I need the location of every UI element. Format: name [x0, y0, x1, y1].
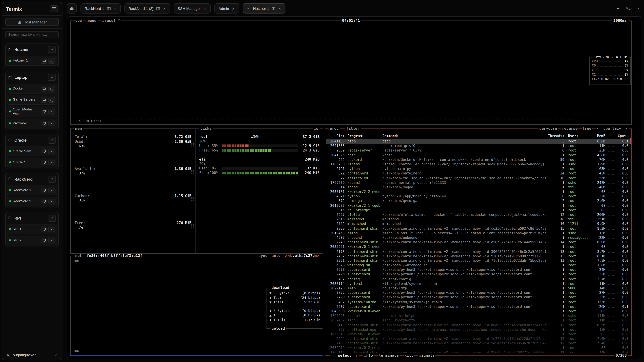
proc-percore-option[interactable]: per-core: [538, 126, 558, 131]
process-row[interactable]: 2178 containerd-shim /usr/bin/containerd…: [326, 249, 631, 254]
col-mem[interactable]: MemB: [590, 134, 606, 138]
process-row[interactable]: 2041133 btop btop 3 root 8.6M 0.1: [326, 139, 631, 144]
proc-filter-option[interactable]: filter: [345, 126, 361, 131]
process-row[interactable]: 2165 containerd-shim /usr/bin/containerd…: [326, 341, 631, 346]
process-row[interactable]: 2041095 bash -bash 1 root 4.8M 0.0: [326, 153, 631, 157]
group-header[interactable]: Laptop: [7, 72, 57, 82]
host-item[interactable]: Open Media Vault >_: [7, 106, 57, 117]
tab-admin[interactable]: Admin: [214, 3, 239, 13]
process-row[interactable]: 2041088 sshd sshd: root@pts/0 1 root 11M…: [326, 144, 631, 148]
select-keys[interactable]: ↑ select ↓: [330, 354, 359, 358]
col-program[interactable]: Program:: [345, 134, 382, 138]
host-terminal-button[interactable]: >_: [48, 238, 55, 243]
group-collapse-button[interactable]: [48, 136, 56, 143]
col-cpu[interactable]: Cpu% ↑: [618, 134, 631, 138]
preset-option[interactable]: preset *: [101, 18, 121, 23]
process-row[interactable]: 2752 memcached memcached 10 11211 9.9M 0…: [326, 222, 631, 226]
host-terminal-button[interactable]: >_: [48, 160, 55, 165]
col-user[interactable]: User:: [564, 134, 590, 138]
process-row[interactable]: 952 dockerd /usr/bin/dockerd -H fd:// --…: [326, 158, 631, 162]
process-row[interactable]: 2110 containerd-shim /usr/bin/containerd…: [326, 323, 631, 327]
proc-sort-selector[interactable]: < cpu lazy >: [596, 126, 629, 131]
process-row[interactable]: 432 systemd-journal /lib/systemd/systemd…: [326, 300, 631, 304]
close-icon[interactable]: [232, 7, 235, 10]
host-connect-button[interactable]: [40, 238, 47, 243]
host-connect-button[interactable]: [40, 226, 47, 232]
process-row[interactable]: 2673 supervisord /usr/bin/python3 /usr/b…: [326, 268, 631, 272]
host-connect-button[interactable]: [40, 109, 47, 114]
kill-key[interactable]: kill: [404, 354, 414, 358]
process-row[interactable]: 2037469 sshd sshd: root@notty 1 root 11M…: [326, 318, 631, 323]
group-header[interactable]: RackNerd: [7, 174, 57, 184]
proc-reverse-option[interactable]: reverse: [561, 126, 578, 131]
process-row[interactable]: 2299 containerd-shim /usr/bin/containerd…: [326, 226, 631, 231]
chevron-up-icon[interactable]: [636, 6, 640, 11]
process-row[interactable]: 2029178 lmtp dovecot/lmtp 1 5000 14M 0.0: [326, 286, 631, 291]
host-terminal-button[interactable]: >_: [48, 187, 55, 193]
group-collapse-button[interactable]: [48, 46, 56, 53]
host-connect-button[interactable]: [40, 198, 47, 204]
col-command[interactable]: Command:: [382, 134, 547, 138]
process-row[interactable]: 4507 unbound /usr/sbin/unbound 1 message…: [326, 236, 631, 240]
group-collapse-button[interactable]: [48, 74, 56, 81]
process-row[interactable]: 2040506 kworker/0:0-even 1 root 0B 0.0: [326, 309, 631, 314]
host-item[interactable]: RackNerd 2 >_: [7, 196, 57, 206]
host-item[interactable]: Docker >_: [7, 84, 57, 94]
process-row[interactable]: 15 rcu_preempt 1 root 0B 0.0: [326, 208, 631, 213]
close-icon[interactable]: [278, 7, 282, 10]
net-sync-option[interactable]: sync: [257, 254, 269, 258]
host-item[interactable]: RPI 2 >_: [7, 236, 57, 245]
host-terminal-button[interactable]: >_: [48, 198, 55, 204]
split-view-icon[interactable]: [107, 6, 111, 10]
group-collapse-button[interactable]: [48, 175, 56, 183]
host-terminal-button[interactable]: >_: [48, 86, 55, 91]
host-item[interactable]: Oracle Sam >_: [7, 146, 57, 156]
group-header[interactable]: RPI: [7, 213, 57, 223]
close-icon[interactable]: [203, 7, 206, 10]
host-item[interactable]: Hetzner 1 >_: [7, 56, 57, 66]
col-pid[interactable]: Pid:: [326, 134, 345, 138]
search-input[interactable]: [5, 31, 59, 38]
host-terminal-button[interactable]: >_: [48, 148, 55, 154]
host-connect-button[interactable]: [40, 187, 47, 193]
process-row[interactable]: 2221 containerd-shim /usr/bin/containerd…: [326, 259, 631, 263]
update-interval[interactable]: 2000ms: [612, 18, 628, 23]
host-manager-button[interactable]: Host Manager: [5, 18, 59, 26]
process-row[interactable]: 2659 redis-server redis-server *:6379 6 …: [326, 148, 631, 153]
host-connect-button[interactable]: [40, 148, 47, 154]
process-row[interactable]: 2037131 kworker/2:2-even 1 root 0B 0.0: [326, 190, 631, 194]
tab-racknerd-1[interactable]: RackNerd 1: [80, 3, 120, 13]
process-row[interactable]: 2240 containerd-shim /usr/bin/containerd…: [326, 240, 631, 245]
host-terminal-button[interactable]: >_: [48, 97, 55, 103]
process-row[interactable]: 2697 ofelia /usr/bin/ofelia daemon --doc…: [326, 213, 631, 217]
info-key[interactable]: info: [363, 354, 374, 358]
proc-table[interactable]: 2041133 btop btop 3 root 8.6M 0.1 204108…: [326, 139, 631, 353]
close-icon[interactable]: [162, 7, 166, 10]
close-icon[interactable]: [113, 7, 116, 10]
host-terminal-button[interactable]: >_: [48, 226, 55, 232]
net-interface-switcher[interactable]: <bvetha7c27dn>: [287, 254, 320, 258]
process-row[interactable]: 2496 supervisord /usr/bin/python3 /usr/b…: [326, 272, 631, 277]
sidebar-footer-user[interactable]: bugattiguy527: [2, 350, 62, 360]
col-threads[interactable]: Threads:: [547, 134, 564, 138]
process-row[interactable]: 2507 supervisord /usr/bin/python3 /usr/b…: [326, 305, 631, 309]
process-row[interactable]: 4871 python python -u /app/main.py nftab…: [326, 194, 631, 199]
split-view-icon[interactable]: [272, 6, 276, 10]
group-collapse-button[interactable]: [48, 215, 56, 222]
process-row[interactable]: 1765238 rspamd rspamd: controller proces…: [326, 162, 631, 167]
home-button[interactable]: [67, 3, 77, 13]
process-row[interactable]: 2035951 kworker/0:1-even 1 root 0B 0.0: [326, 245, 631, 249]
host-item[interactable]: Oracle 1 >_: [7, 157, 57, 167]
group-header[interactable]: Hetzner: [7, 44, 57, 54]
terminal-panel[interactable]: cpu menu preset * 04:01:41 2000ms up 17d…: [67, 16, 641, 359]
process-row[interactable]: 3814 sogod /usr/sbin/sogod 1 999 40M 0.0: [326, 185, 631, 190]
chevron-down-icon[interactable]: [616, 6, 620, 11]
host-item[interactable]: Game Servers >_: [7, 95, 57, 105]
menu-option[interactable]: menu: [86, 18, 98, 23]
process-row[interactable]: 5028 watchdog.sh /bin/bash /watchdog.sh …: [326, 263, 631, 268]
process-row[interactable]: 1965018 kworker/1:0-even 1 root 0B 0.0: [326, 332, 631, 337]
tab-racknerd-1-2[interactable]: RackNerd 1 (2): [124, 3, 170, 13]
process-row[interactable]: 1765240 rspamd rspamd: hs_helper process…: [326, 314, 631, 318]
host-connect-button[interactable]: [40, 120, 47, 126]
host-connect-button[interactable]: [40, 58, 47, 63]
